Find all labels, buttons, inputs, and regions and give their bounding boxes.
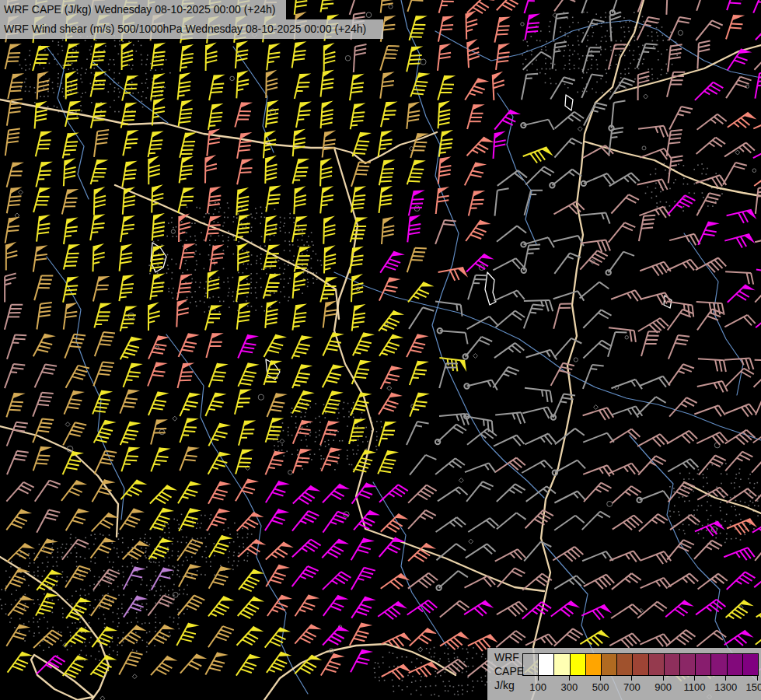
- title-cape-text: WRF CAPE (J/kg) Wednesday 08-10-2025 00:…: [4, 3, 276, 16]
- colorbar-tick-label: 500: [592, 681, 609, 693]
- colorbar-tick: [663, 675, 664, 681]
- cape-colorbar-cell: [554, 654, 570, 675]
- title-windshear-text: WRF Wind shear (m/s) 500/1000hPa Wednesd…: [4, 23, 366, 35]
- colorbar-tick: [725, 675, 726, 681]
- colorbar-tick-label: 1500: [746, 681, 761, 693]
- colorbar-tick: [631, 675, 632, 681]
- cape-colorbar-cell: [680, 654, 696, 675]
- legend-label-variable: CAPE: [494, 664, 524, 678]
- cape-colorbar-cell: [711, 654, 727, 675]
- colorbar-tick-label: 100: [529, 681, 546, 693]
- cape-colorbar-cell: [696, 654, 711, 675]
- legend-label-unit: J/kg: [494, 678, 524, 692]
- colorbar-tick-label: 700: [623, 681, 641, 693]
- colorbar-tick: [600, 675, 601, 681]
- cape-colorbar: [522, 653, 759, 676]
- cape-colorbar-cell: [649, 654, 665, 675]
- weather-map: WRF CAPE (J/kg) Wednesday 08-10-2025 00:…: [0, 0, 761, 700]
- colorbar-tick-label: 1100: [683, 681, 705, 693]
- map-canvas: [0, 0, 761, 700]
- cape-colorbar-cell: [665, 654, 680, 675]
- cape-colorbar-cell: [617, 654, 633, 675]
- title-bar-cape: WRF CAPE (J/kg) Wednesday 08-10-2025 00:…: [0, 0, 286, 19]
- legend-labels: WRF CAPE J/kg: [494, 650, 524, 692]
- colorbar-tick: [757, 675, 758, 681]
- cape-colorbar-cell: [523, 654, 539, 675]
- map-background: [0, 0, 761, 700]
- cape-colorbar-cell: [633, 654, 648, 675]
- cape-colorbar-cell: [586, 654, 602, 675]
- cape-colorbar-cell: [743, 654, 758, 675]
- cape-colorbar-cell: [571, 654, 586, 675]
- cape-colorbar-cell: [602, 654, 617, 675]
- cape-legend: WRF CAPE J/kg 10030050070090011001300150…: [487, 648, 761, 700]
- colorbar-tick: [538, 675, 539, 681]
- cape-colorbar-cell: [539, 654, 554, 675]
- colorbar-tick-label: 900: [655, 681, 672, 693]
- cape-colorbar-cell: [728, 654, 743, 675]
- legend-label-model: WRF: [494, 650, 524, 664]
- colorbar-tick-label: 300: [561, 681, 578, 693]
- colorbar-tick-label: 1300: [714, 681, 737, 693]
- colorbar-tick: [694, 675, 695, 681]
- cape-colorbar-ticks: 100300500700900110013001500: [522, 675, 757, 698]
- title-bar-windshear: WRF Wind shear (m/s) 500/1000hPa Wednesd…: [0, 19, 383, 39]
- colorbar-tick: [569, 675, 570, 681]
